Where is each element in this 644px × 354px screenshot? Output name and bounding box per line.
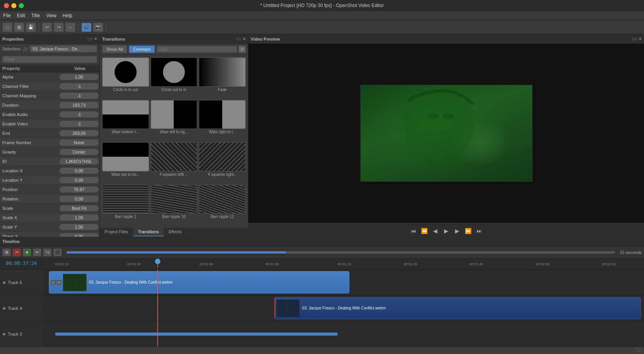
trans-item-9[interactable]: Barr ripple 1 <box>102 185 149 226</box>
track-3-bar[interactable] <box>55 333 338 336</box>
prop-value-14[interactable]: Best Fit <box>59 205 99 211</box>
tab-show-all[interactable]: Show All <box>102 45 127 53</box>
ruler-playhead-head[interactable] <box>155 259 160 264</box>
trans-label-5: Wipe right to l... <box>209 130 236 134</box>
video-preview-content <box>248 44 644 223</box>
vp-next-frame[interactable]: ▶ <box>453 227 462 235</box>
tl-add[interactable]: ⊕ <box>2 249 11 256</box>
tb-new[interactable]: □ <box>2 23 13 32</box>
prop-name-4: Enable Audio <box>0 112 59 117</box>
vp-skip-start[interactable]: ⏮ <box>409 227 418 235</box>
prop-value-11[interactable]: 0,00 <box>59 177 99 183</box>
vp-prev-frame[interactable]: ◀ <box>431 227 440 235</box>
track-3-arrow[interactable]: ▶ <box>3 332 6 336</box>
tab-common[interactable]: Common <box>129 45 155 53</box>
prop-value-15[interactable]: 1,00 <box>59 215 99 221</box>
menu-file[interactable]: File <box>3 13 11 18</box>
track-5-clip-1[interactable]: C H 03. Jacque Fresco - Dealing With Con… <box>49 271 349 293</box>
col-value: Value <box>60 65 99 72</box>
tl-snap[interactable]: ▼ <box>23 249 31 256</box>
trans-label-3: Wipe bottom t... <box>112 130 139 134</box>
trans-item-11[interactable]: Barr ripple 11 <box>199 185 246 226</box>
trans-item-1[interactable]: Circle out to in <box>151 57 198 98</box>
tl-undo[interactable]: ↩ <box>33 249 41 256</box>
track-3-content[interactable] <box>43 321 644 347</box>
trans-item-7[interactable]: 4 squares leftt ... <box>151 142 198 183</box>
vp-rewind[interactable]: ⏪ <box>420 227 429 235</box>
trans-item-5[interactable]: Wipe right to l... <box>199 100 246 141</box>
properties-title: Properties <box>2 37 23 41</box>
prop-value-2[interactable]: -1 <box>59 93 99 99</box>
trans-item-0[interactable]: Circle in to out <box>102 57 149 98</box>
trans-item-4[interactable]: Wipe left to rig... <box>151 100 198 141</box>
tb-video[interactable]: 📹 <box>81 23 92 32</box>
tab-project-files[interactable]: Project Files <box>100 228 133 236</box>
prop-value-6[interactable]: 269,00 <box>59 130 99 136</box>
transitions-dock-icon[interactable]: □□ <box>236 37 241 41</box>
track-4-content[interactable]: 03. Jacque Fresco - Dealing With Conflic… <box>43 295 644 321</box>
tb-redo[interactable]: ↪ <box>54 23 64 32</box>
properties-close-icon[interactable]: ✕ <box>94 37 97 41</box>
vp-dock-icon[interactable]: □□ <box>632 37 637 41</box>
menu-help[interactable]: Help <box>63 13 72 18</box>
properties-filter-input[interactable] <box>2 56 97 63</box>
trans-thumb-3 <box>102 100 149 129</box>
tab-effects[interactable]: Effects <box>164 228 187 236</box>
timeline-zoom-bar[interactable] <box>67 251 615 254</box>
prop-name-3: Duration <box>0 103 59 107</box>
prop-value-16[interactable]: 1,00 <box>59 224 99 230</box>
track-5-arrow[interactable]: ▶ <box>3 280 6 284</box>
trans-item-8[interactable]: 4 squares right... <box>199 142 246 183</box>
tb-save[interactable]: 💾 <box>26 23 36 32</box>
vp-play[interactable]: ▶ <box>442 227 451 235</box>
tab-transitions[interactable]: Transitions <box>133 228 164 236</box>
tb-fwd[interactable]: → <box>65 23 76 32</box>
properties-header-icons: □□ ✕ <box>88 37 97 41</box>
prop-value-7[interactable]: None <box>59 139 99 146</box>
track-4-clip-1[interactable]: 03. Jacque Fresco - Dealing With Conflic… <box>274 297 641 319</box>
prop-value-12[interactable]: 76,97 <box>59 186 99 193</box>
transitions-filter-clear[interactable]: ✕ <box>239 46 246 53</box>
tl-stop[interactable]: ⬛ <box>53 249 62 256</box>
timeline-ruler: 00:00:37:24 00:00:15 00:00:30 00:00:45 0… <box>0 259 644 270</box>
prop-value-10[interactable]: 0,00 <box>59 168 99 174</box>
prop-value-4[interactable]: -1 <box>59 111 99 118</box>
prop-value-3[interactable]: 193,73 <box>59 102 99 108</box>
prop-value-5[interactable]: -1 <box>59 121 99 127</box>
maximize-button[interactable] <box>19 3 24 8</box>
menu-title[interactable]: Title <box>31 13 40 18</box>
prop-value-8[interactable]: Center <box>59 149 99 155</box>
tb-open[interactable]: ▤ <box>14 23 24 32</box>
col-property: Property <box>0 65 60 72</box>
tl-redo[interactable]: ↪ <box>43 249 52 256</box>
vp-fast-forward[interactable]: ⏩ <box>464 227 473 235</box>
menu-view[interactable]: View <box>46 13 56 18</box>
prop-value-13[interactable]: 0,00 <box>59 196 99 202</box>
trans-item-2[interactable]: Fade <box>199 57 246 98</box>
track3-playhead <box>157 321 158 347</box>
prop-value-17[interactable]: 0,00 <box>59 233 99 237</box>
tl-cut[interactable]: ✂ <box>13 249 21 256</box>
menu-edit[interactable]: Edit <box>17 13 25 18</box>
properties-dock-icon[interactable]: □□ <box>88 37 92 41</box>
close-button[interactable] <box>4 3 9 8</box>
frame-1 <box>63 274 75 291</box>
timeline-tracks: ▶ Track 5 C H <box>0 270 644 354</box>
prop-value-0[interactable]: 1,00 <box>59 74 99 80</box>
prop-value-1[interactable]: -1 <box>59 83 99 89</box>
tb-undo[interactable]: ↩ <box>42 23 52 32</box>
vp-skip-end[interactable]: ⏭ <box>475 227 484 235</box>
minimize-button[interactable] <box>11 3 16 8</box>
trans-thumb-11 <box>199 185 246 214</box>
transitions-filter-input[interactable] <box>157 46 237 53</box>
trans-item-6[interactable]: Wipe top to bo... <box>102 142 149 183</box>
trans-item-10[interactable]: Barr ripple 10 <box>151 185 198 226</box>
track-5-content[interactable]: C H 03. Jacque Fresco - Dealing With Con… <box>43 270 644 295</box>
prop-value-9[interactable]: LJK6O17HSL <box>59 158 99 164</box>
selection-value[interactable]: 03. Jacque Fresco - De... <box>30 45 97 52</box>
tb-photo[interactable]: 📷 <box>93 23 103 32</box>
track-4-arrow[interactable]: ▶ <box>3 306 6 310</box>
transitions-close-icon[interactable]: ✕ <box>243 37 246 41</box>
trans-item-3[interactable]: Wipe bottom t... <box>102 100 149 141</box>
vp-close-icon[interactable]: ✕ <box>639 37 642 41</box>
